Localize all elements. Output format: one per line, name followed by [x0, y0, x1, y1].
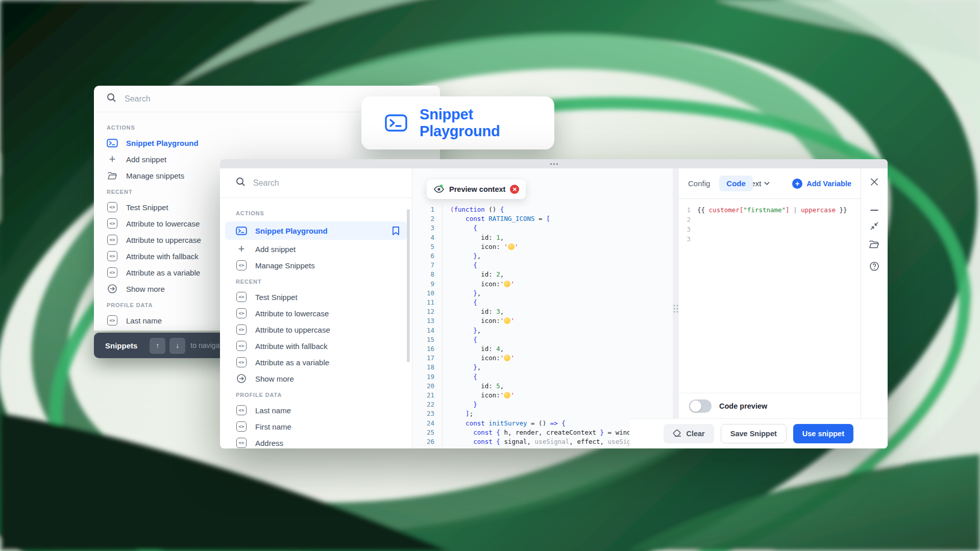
- line-number: 13: [412, 316, 442, 325]
- code-line: 16 id: 4,: [412, 344, 673, 354]
- code-line: 1(function () {: [412, 205, 673, 214]
- clear-button[interactable]: Clear: [664, 424, 714, 443]
- variable-code-area[interactable]: 1{{ customer["firstname"] | uppercase }}…: [679, 199, 861, 393]
- line-content: const RATING_ICONS = [: [442, 214, 550, 223]
- sidebar-item-attribute-to-uppercase[interactable]: Attribute to uppercase: [220, 321, 412, 338]
- section-header: RECENT: [220, 273, 412, 289]
- arrow-down-key[interactable]: ↓: [169, 338, 185, 354]
- item-label: Address: [255, 439, 405, 447]
- code-editor[interactable]: Preview context ✕ 1(function () {2 const…: [412, 168, 673, 448]
- collapse-icon[interactable]: [869, 221, 879, 231]
- code-icon: [236, 405, 247, 416]
- line-content: {: [442, 335, 477, 344]
- save-snippet-button[interactable]: Save Snippet: [721, 424, 787, 443]
- code-line: 15 {: [412, 335, 673, 344]
- line-number: 6: [412, 252, 442, 261]
- close-icon[interactable]: [870, 177, 879, 187]
- line-number: 4: [412, 233, 442, 242]
- preview-context-chip[interactable]: Preview context ✕: [427, 180, 526, 199]
- sidebar-item-snippet-playground[interactable]: Snippet Playground: [225, 221, 407, 240]
- line-content: {: [442, 223, 477, 233]
- sidebar-item-show-more[interactable]: Show more: [220, 370, 412, 387]
- line-content: {: [442, 372, 477, 382]
- code-line: 12 id: 3,: [412, 307, 673, 316]
- tab-config[interactable]: Config: [688, 179, 710, 188]
- use-snippet-button[interactable]: Use snippet: [793, 424, 853, 443]
- code-line: 6 },: [412, 252, 673, 261]
- modal-search-input[interactable]: [253, 179, 396, 188]
- remove-context-icon[interactable]: ✕: [510, 185, 519, 194]
- code-line: 19 {: [412, 372, 673, 382]
- line-content: },: [442, 289, 481, 298]
- launcher-search-input[interactable]: [125, 94, 278, 104]
- line-content: },: [442, 363, 481, 372]
- modal-search-bar[interactable]: [220, 168, 412, 198]
- sidebar-item-first-name[interactable]: First name: [220, 418, 412, 435]
- bookmark-icon[interactable]: [392, 226, 400, 236]
- code-line: 13 icon:'😐': [412, 316, 673, 325]
- item-label: Manage Snippets: [255, 261, 405, 270]
- code-icon: [107, 315, 118, 326]
- variable-code-line: 3: [679, 224, 861, 234]
- sidebar-item-add-snippet[interactable]: Add snippet: [220, 241, 412, 257]
- line-content: id: 3,: [442, 307, 504, 316]
- item-label: Attribute with fallback: [255, 342, 405, 350]
- add-variable-button[interactable]: + Add Variable: [792, 179, 851, 189]
- eraser-icon: [673, 430, 682, 438]
- variable-panel: Config Code Text + Add Variable 1{{ cust…: [679, 168, 861, 448]
- sidebar-item-address[interactable]: Address: [220, 435, 412, 448]
- section-header: ACTIONS: [220, 205, 412, 220]
- code-icon: [236, 291, 247, 303]
- eye-icon: [433, 185, 445, 194]
- arrow-up-key[interactable]: ↑: [150, 338, 165, 354]
- code-icon: [107, 234, 118, 245]
- code-line: 3 {: [412, 223, 673, 233]
- code-preview-toggle[interactable]: [689, 399, 712, 413]
- line-content: id: 5,: [442, 382, 504, 391]
- card-title: Snippet Playground: [420, 106, 554, 140]
- item-label: Show more: [255, 374, 405, 383]
- sidebar-item-attribute-as-a-variable[interactable]: Attribute as a variable: [220, 354, 412, 370]
- variable-code-line: 1{{ customer["firstname"] | uppercase }}: [679, 205, 861, 215]
- code-lines: 1(function () {2 const RATING_ICONS = [3…: [412, 205, 673, 446]
- code-line: 7 {: [412, 261, 673, 270]
- arrow-circle-icon: [236, 373, 247, 384]
- panel-splitter[interactable]: [673, 168, 679, 448]
- line-content: icon:'🙂': [442, 354, 514, 363]
- line-content: const initSurvey = () => {: [442, 419, 566, 428]
- snippet-playground-card[interactable]: Snippet Playground: [361, 96, 554, 149]
- line-number: 22: [412, 400, 442, 409]
- sidebar-item-attribute-to-lowercase[interactable]: Attribute to lowercase: [220, 305, 412, 321]
- plus-icon: [236, 243, 247, 255]
- tab-code[interactable]: Code: [719, 176, 753, 191]
- line-content: (function () {: [442, 205, 504, 214]
- desktop-background: ACTIONSSnippet PlaygroundAdd snippetMana…: [0, 0, 980, 551]
- code-icon: [236, 324, 247, 335]
- terminal-icon: [236, 225, 247, 236]
- minimize-icon[interactable]: [870, 205, 879, 215]
- code-preview-row: Code preview: [679, 393, 861, 418]
- item-label: Last name: [255, 406, 405, 415]
- sidebar-item-last-name[interactable]: Last name: [220, 402, 412, 418]
- item-label: First name: [255, 422, 405, 431]
- line-content: },: [442, 326, 481, 335]
- line-number: 9: [412, 280, 442, 289]
- line-number: 1: [679, 205, 697, 215]
- code-line: 11 {: [412, 298, 673, 307]
- open-folder-icon[interactable]: [869, 240, 880, 249]
- help-icon[interactable]: [869, 261, 879, 271]
- code-icon: [236, 308, 247, 319]
- line-content: }: [442, 400, 477, 409]
- snippets-bar-title: Snippets: [105, 341, 137, 350]
- sidebar-item-manage-snippets[interactable]: Manage Snippets: [220, 257, 412, 273]
- modal-drag-handle[interactable]: [220, 159, 888, 168]
- variable-panel-header: Config Code Text + Add Variable: [679, 168, 861, 199]
- line-number: 24: [412, 419, 442, 428]
- code-icon: [107, 202, 118, 213]
- sidebar-scrollbar[interactable]: [407, 209, 410, 362]
- sidebar-item-test-snippet[interactable]: Test Snippet: [220, 289, 412, 305]
- line-number: 3: [412, 223, 442, 233]
- code-line: 23 ];: [412, 409, 673, 418]
- code-line: 17 icon:'🙂': [412, 354, 673, 363]
- sidebar-item-attribute-with-fallback[interactable]: Attribute with fallback: [220, 338, 412, 354]
